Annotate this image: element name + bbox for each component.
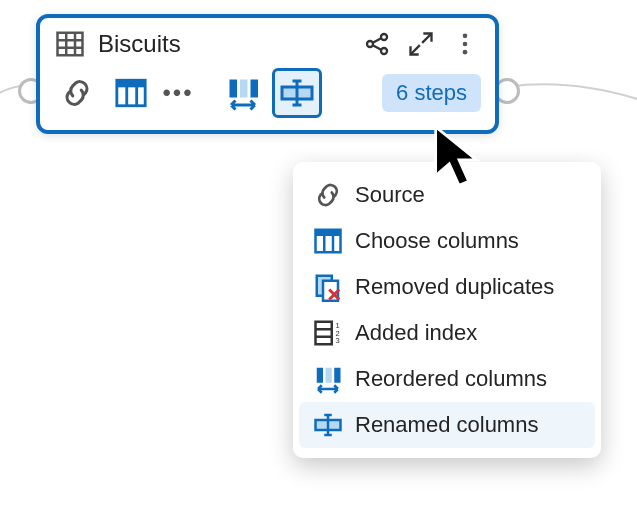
popover-item-source[interactable]: Source: [299, 172, 595, 218]
expand-icon[interactable]: [405, 28, 437, 60]
svg-rect-21: [251, 80, 259, 98]
svg-point-13: [463, 42, 468, 47]
svg-line-11: [411, 45, 420, 54]
svg-line-10: [422, 34, 431, 43]
more-icon[interactable]: [449, 28, 481, 60]
svg-rect-39: [326, 368, 332, 383]
source-step-icon[interactable]: [54, 70, 100, 116]
svg-rect-20: [240, 80, 248, 98]
popover-item-label: Source: [355, 182, 425, 208]
added-index-icon: 1 2 3: [311, 316, 345, 350]
svg-line-8: [373, 38, 382, 43]
popover-item-label: Reordered columns: [355, 366, 547, 392]
svg-line-9: [373, 45, 382, 50]
reorder-columns-icon: [311, 362, 345, 396]
svg-rect-16: [117, 80, 145, 87]
svg-rect-32: [316, 322, 332, 345]
svg-point-7: [381, 48, 387, 54]
popover-item-label: Added index: [355, 320, 477, 346]
popover-item-label: Removed duplicates: [355, 274, 554, 300]
node-title: Biscuits: [98, 30, 349, 58]
lineage-icon[interactable]: [361, 28, 393, 60]
popover-item-label: Choose columns: [355, 228, 519, 254]
svg-text:3: 3: [336, 336, 340, 345]
svg-rect-0: [58, 33, 83, 56]
rename-columns-icon: [311, 408, 345, 442]
choose-columns-step-icon[interactable]: [108, 70, 154, 116]
popover-item-label: Renamed columns: [355, 412, 538, 438]
table-icon: [54, 28, 86, 60]
popover-item-choose-columns[interactable]: Choose columns: [299, 218, 595, 264]
popover-item-renamed-columns[interactable]: Renamed columns: [299, 402, 595, 448]
steps-popover: Source Choose columns: [293, 162, 601, 458]
choose-columns-icon: [311, 224, 345, 258]
popover-item-added-index[interactable]: 1 2 3 Added index: [299, 310, 595, 356]
source-icon: [311, 178, 345, 212]
removed-duplicates-icon: [311, 270, 345, 304]
reorder-columns-step-icon[interactable]: [220, 70, 266, 116]
popover-item-reordered-columns[interactable]: Reordered columns: [299, 356, 595, 402]
svg-point-14: [463, 50, 468, 55]
svg-point-5: [367, 41, 373, 47]
svg-rect-38: [317, 368, 323, 383]
svg-point-12: [463, 34, 468, 39]
svg-rect-40: [334, 368, 340, 383]
node-header: Biscuits: [40, 18, 495, 64]
steps-count-badge[interactable]: 6 steps: [382, 74, 481, 112]
svg-point-6: [381, 34, 387, 40]
node-steps-row: ••• 6 steps: [40, 64, 495, 130]
popover-item-removed-duplicates[interactable]: Removed duplicates: [299, 264, 595, 310]
query-node[interactable]: Biscuits: [36, 14, 499, 134]
svg-rect-25: [316, 230, 341, 236]
svg-rect-19: [230, 80, 238, 98]
collapsed-steps-ellipsis[interactable]: •••: [162, 88, 194, 98]
rename-columns-step-icon[interactable]: [274, 70, 320, 116]
